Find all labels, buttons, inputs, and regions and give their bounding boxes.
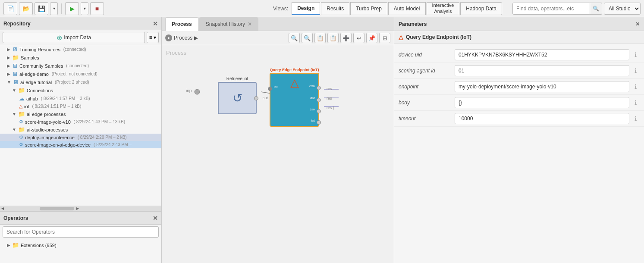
breadcrumb-process-label: Process <box>174 35 192 41</box>
param-endpoint-input[interactable] <box>455 81 629 92</box>
folder-ai-edge-processes-icon: 📁 <box>18 111 25 117</box>
node-query-edge[interactable]: Query Edge Endpoint (IoT) △ iot exa dat … <box>270 68 319 127</box>
studio-select[interactable]: All Studio <box>604 3 641 15</box>
operators-close-button[interactable]: ✕ <box>153 215 158 222</box>
param-row-timeout: timeout ℹ <box>394 111 644 127</box>
run-dropdown-button[interactable]: ▾ <box>81 2 88 15</box>
param-row-device-uid: device uid ℹ <box>394 47 644 63</box>
process-canvas[interactable]: Process inp Retrieve iot ↺ <box>162 45 394 263</box>
repo-menu-button[interactable]: ≡ ▾ <box>147 32 159 43</box>
save-dropdown-button[interactable]: ▾ <box>50 2 58 15</box>
import-data-button[interactable]: ⊕ Import Data <box>3 32 145 43</box>
repo-h-scrollbar[interactable]: ◀ ▶ <box>0 206 161 211</box>
chevron-ai-edge-demo: ▶ <box>7 72 10 76</box>
scroll-right-arrow[interactable]: ▶ <box>75 206 80 211</box>
tree-item-samples[interactable]: ▶ 📁 Samples <box>0 53 161 62</box>
tab-snapshot-history[interactable]: Snapshot History ✕ <box>199 17 258 31</box>
param-section-title: △ Query Edge Endpoint (IoT) <box>394 31 644 44</box>
breadcrumb-circle-icon: ● <box>165 34 172 41</box>
param-body-label: body <box>399 100 455 106</box>
tree-item-extensions[interactable]: ▶ 📁 Extensions (959) <box>0 241 161 249</box>
scroll-left-arrow[interactable]: ◀ <box>0 206 5 211</box>
operators-panel: Operators ✕ ▶ 📁 Extensions (959) <box>0 211 161 263</box>
chevron-extensions: ▶ <box>7 243 10 247</box>
operators-tree: ▶ 📁 Extensions (959) <box>0 239 161 263</box>
param-device-uid-info-icon[interactable]: ℹ <box>631 51 640 58</box>
param-section-label: Query Edge Endpoint (IoT) <box>406 34 471 40</box>
tree-item-iot[interactable]: △ iot ( 8/29/24 1:51 PM – 1 kB) <box>0 103 161 110</box>
param-timeout-info-icon[interactable]: ℹ <box>631 115 640 122</box>
param-body-info-icon[interactable]: ℹ <box>631 99 640 106</box>
repository-close-button[interactable]: ✕ <box>153 20 158 27</box>
global-search-button[interactable]: 🔍 <box>590 3 602 15</box>
param-device-uid-label: device uid <box>399 52 455 58</box>
operators-search-input[interactable] <box>3 226 159 238</box>
new-button[interactable]: 📄 <box>3 2 17 15</box>
zoom-out-button[interactable]: 🔍 <box>302 33 313 43</box>
main-content: Repository ✕ ⊕ Import Data ≡ ▾ ▶ 🖥 Train… <box>0 17 644 263</box>
param-device-uid-input[interactable] <box>455 49 629 60</box>
fit-button[interactable]: ⊞ <box>379 33 390 43</box>
views-area: Views: Design Results Turbo Prep Auto Mo… <box>273 2 502 15</box>
copy-button[interactable]: 📋 <box>314 33 326 43</box>
param-body-input[interactable] <box>455 97 629 108</box>
scroll-thumb[interactable] <box>40 207 74 210</box>
tab-results[interactable]: Results <box>321 2 349 15</box>
tab-process[interactable]: Process <box>165 17 198 31</box>
tree-item-community[interactable]: ▶ 🖥 Community Samples (connected) <box>0 62 161 70</box>
tab-design[interactable]: Design <box>292 2 320 15</box>
param-row-body: body ℹ <box>394 95 644 111</box>
chevron-ai-studio-processes: ▼ <box>12 127 16 132</box>
zoom-in-button[interactable]: 🔍 <box>289 33 300 43</box>
run-button[interactable]: ▶ <box>65 2 79 15</box>
tree-item-ai-edge-tutorial[interactable]: ▼ 🖥 ai-edge-tutorial (Project: 2 ahead) <box>0 78 161 86</box>
tree-item-score-image-edge[interactable]: ⚙ score-image-on-ai-edge-device ( 8/29/2… <box>0 141 161 148</box>
parameters-title: Parameters <box>399 21 427 27</box>
add-button[interactable]: ➕ <box>340 33 352 43</box>
node-retrieve-iot[interactable]: Retrieve iot ↺ out <box>218 76 257 114</box>
plus-icon: ⊕ <box>57 34 62 42</box>
paste-button[interactable]: 📋 <box>327 33 339 43</box>
iot-out-label: iot <box>311 119 315 122</box>
tree-item-training[interactable]: ▶ 🖥 Training Resources (connected) <box>0 45 161 53</box>
tree-item-connections[interactable]: ▼ 📁 Connections <box>0 86 161 94</box>
parameters-header: Parameters ✕ <box>394 17 644 31</box>
chevron-ai-edge-tutorial: ▼ <box>7 80 11 85</box>
tab-turbo-prep[interactable]: Turbo Prep <box>350 2 387 15</box>
tree-item-aihub[interactable]: ☁ aihub ( 8/29/24 1:57 PM – 3 kB) <box>0 94 161 103</box>
tab-snapshot-history-close[interactable]: ✕ <box>248 21 252 27</box>
param-endpoint-label: endpoint <box>399 84 455 90</box>
tab-hadoop-data[interactable]: Hadoop Data <box>460 2 502 15</box>
tab-interactive-analysis[interactable]: InteractiveAnalysis <box>427 2 460 15</box>
tree-item-ai-studio-processes[interactable]: ▼ 📁 ai-studio-processes <box>0 125 161 134</box>
stop-button[interactable]: ■ <box>90 2 104 15</box>
operators-header: Operators ✕ <box>0 212 161 225</box>
tree-item-ai-edge-processes[interactable]: ▼ 📁 ai-edge-processes <box>0 110 161 118</box>
tree-item-ai-edge-demo[interactable]: ▶ 🖥 ai-edge-demo (Project: not connected… <box>0 70 161 78</box>
node-retrieve-box: ↺ out <box>218 82 257 114</box>
process-score-edge-icon: ⚙ <box>19 142 23 147</box>
save-button[interactable]: 💾 <box>35 2 48 15</box>
query-jso-port <box>317 109 321 113</box>
repo-toolbar: ⊕ Import Data ≡ ▾ <box>0 30 161 45</box>
dat-label: dat <box>310 96 315 100</box>
open-button[interactable]: 📂 <box>19 2 33 15</box>
process-toolbar: ● Process ▶ 🔍 🔍 📋 📋 ➕ ↩ 📌 ⊞ <box>162 31 394 45</box>
jso-label: jso <box>311 107 315 111</box>
iot-port-label: iot <box>274 85 277 89</box>
redo-button[interactable]: 📌 <box>366 33 377 43</box>
param-endpoint-info-icon[interactable]: ℹ <box>631 83 640 90</box>
chevron-training: ▶ <box>7 47 10 52</box>
global-search-input[interactable] <box>512 3 590 15</box>
tab-auto-model[interactable]: Auto Model <box>388 2 426 15</box>
param-timeout-input[interactable] <box>455 113 629 124</box>
repository-panel: Repository ✕ ⊕ Import Data ≡ ▾ ▶ 🖥 Train… <box>0 17 161 211</box>
param-scoring-agent-id-input[interactable] <box>455 65 629 76</box>
breadcrumb: ● Process ▶ <box>165 34 198 41</box>
undo-button[interactable]: ↩ <box>353 33 364 43</box>
parameters-close-button[interactable]: ✕ <box>635 21 640 27</box>
param-scoring-agent-id-info-icon[interactable]: ℹ <box>631 67 640 74</box>
tree-item-deploy-image[interactable]: ⚙ deploy-image-inference ( 8/29/24 2:20 … <box>0 134 161 141</box>
tree-item-score-image-yolo[interactable]: ⚙ score-image-yolo-v10 ( 8/29/24 1:43 PM… <box>0 118 161 125</box>
left-panel: Repository ✕ ⊕ Import Data ≡ ▾ ▶ 🖥 Train… <box>0 17 162 263</box>
